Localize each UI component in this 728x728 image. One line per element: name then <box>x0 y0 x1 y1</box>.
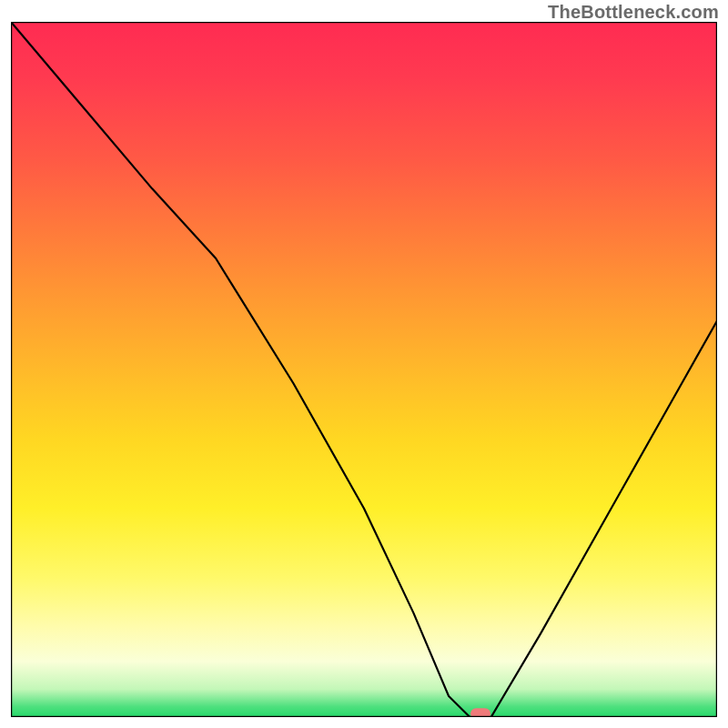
attribution-label: TheBottleneck.com <box>548 2 719 23</box>
chart-container: TheBottleneck.com <box>0 0 728 728</box>
plot-frame <box>11 22 717 717</box>
plot-area <box>11 22 717 717</box>
bottleneck-curve <box>11 22 717 717</box>
plot-svg <box>11 22 717 717</box>
optimal-marker <box>470 708 490 717</box>
